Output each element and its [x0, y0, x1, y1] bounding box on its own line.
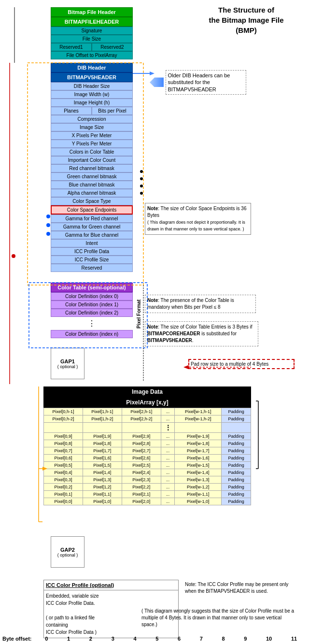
pixel-cell: Pixel[w-1,6]	[175, 455, 222, 462]
color-def-1: Color Definition (index 1)	[51, 301, 133, 309]
pixel-cell: Pixel[1,h-2]	[83, 415, 122, 423]
gap2-section: GAP2 ( optional )	[51, 536, 84, 568]
field-signature: Signature	[51, 27, 133, 35]
pixel-cell: ...	[161, 491, 175, 498]
pixel-cell: ...	[161, 415, 175, 423]
field-intent: Intent	[51, 239, 133, 247]
field-reserved2: Reserved2	[92, 43, 133, 51]
field-bluemask: Blue channel bitmask	[51, 181, 133, 189]
pixel-cell: Pixel[0,6]	[44, 455, 83, 462]
icc-note: Note: The ICC Color Profile may be prese…	[183, 580, 299, 596]
field-iccprofilesize: ICC Profile Size	[51, 256, 133, 264]
pixel-cell: Pixel[1,6]	[83, 455, 122, 462]
pixel-cell: Pixel[0,4]	[44, 469, 83, 476]
pixel-cell: Pixel[1,2]	[83, 484, 122, 491]
byte-offset-value: 3	[112, 636, 114, 642]
icc-note-text: Note: The ICC Color Profile may be prese…	[183, 580, 299, 596]
pixel-cell: Padding	[222, 469, 251, 476]
byte-offset-value: 2	[89, 636, 92, 642]
field-fileoffset: File Offset to PixelArray	[51, 51, 133, 59]
pixel-cell: Pixel[w-1,9]	[175, 433, 222, 440]
field-yppm: Y Pixels Per Meter	[51, 140, 133, 148]
page: The Structure of the Bitmap Image File (…	[0, 0, 309, 644]
field-redmask: Red channel bitmask	[51, 164, 133, 172]
gap2-label: GAP2	[60, 547, 75, 553]
pixel-cell: Pixel[0,2]	[44, 484, 83, 491]
image-data-section: Image Data PixelArray [x,y] Pixel[0,h-1]…	[43, 386, 251, 505]
gap2-sublabel: ( optional )	[57, 553, 78, 558]
field-imagesize: Image Size	[51, 123, 133, 131]
field-filesize: File Size	[51, 35, 133, 43]
byte-offset-value: 11	[291, 636, 297, 642]
pixel-cell: Pixel[1,0]	[83, 498, 122, 505]
pixel-cell: ⋮	[161, 423, 175, 433]
color-def-n: Color Definition (index n)	[51, 330, 133, 338]
field-gammablue: Gamma for Blue channel	[51, 231, 133, 239]
pixel-cell	[44, 423, 83, 433]
pixel-cell: Pixel[1,1]	[83, 491, 122, 498]
field-imagewidth: Image Width (w)	[51, 90, 133, 99]
byte-offset-label: Byte offset:	[2, 636, 32, 642]
svg-point-10	[46, 215, 50, 218]
field-imageheight: Image Height (h)	[51, 99, 133, 107]
color-def-0: Color Definition (index 0)	[51, 292, 133, 301]
field-reserved: Reserved	[51, 264, 133, 272]
dib-header-label1: DIB Header	[51, 63, 133, 72]
title-line2: the Bitmap Image File	[209, 16, 283, 24]
pixel-cell: Pixel[2,0]	[122, 498, 161, 505]
file-header-label2: BITMAPFILEHEADER	[51, 17, 133, 27]
svg-point-8	[140, 185, 143, 187]
pixel-cell: Pixel[0,h-1]	[44, 408, 83, 415]
pixel-cell: Pixel[w-1,2]	[175, 484, 222, 491]
field-dibheadersize: DIB Header Size	[51, 82, 133, 90]
pixel-cell: Padding	[222, 476, 251, 484]
field-xppm: X Pixels Per Meter	[51, 131, 133, 140]
pixel-cell	[122, 423, 161, 433]
pixel-cell: Pixel[2,h-2]	[122, 415, 161, 423]
field-compression: Compression	[51, 115, 133, 123]
pixel-cell: Pixel[0,h-2]	[44, 415, 83, 423]
icc-header-label: ICC Color Profile (optional)	[46, 582, 176, 588]
pixel-cell: Padding	[222, 455, 251, 462]
pixel-cell: ...	[161, 433, 175, 440]
field-colorspaceendpoints: Color Space Endpoints	[51, 205, 133, 215]
pixel-cell: Pixel[2,2]	[122, 484, 161, 491]
field-alphamask: Alpha channel bitmask	[51, 189, 133, 197]
field-reserved1: Reserved1	[51, 43, 92, 51]
byte-offset-row: Byte offset: 01234567891011	[2, 636, 307, 642]
pixel-cell: ...	[161, 447, 175, 455]
field-colorspacetype: Color Space Type	[51, 197, 133, 205]
file-header-label1: Bitmap File Header	[51, 7, 133, 17]
pixel-cell: Pixel[1,3]	[83, 476, 122, 484]
title: The Structure of the Bitmap Image File (…	[188, 5, 304, 35]
note-padrow-text: Pad row size to a multiple of 4 Bytes	[188, 359, 295, 369]
pixel-cell: Pixel[2,5]	[122, 462, 161, 469]
field-colorsintable: Colors in Color Table	[51, 148, 133, 156]
pixel-cell: Pixel[2,3]	[122, 476, 161, 484]
pixel-cell: Pixel[w-1,0]	[175, 498, 222, 505]
byte-offset-values: 01234567891011	[36, 636, 307, 642]
byte-offset-value: 8	[222, 636, 225, 642]
image-data-header1: Image Data	[43, 386, 251, 397]
field-gammagreen: Gamma for Green channel	[51, 223, 133, 231]
pixel-cell: Pixel[0,9]	[44, 433, 83, 440]
field-bpp: Bits per Pixel	[92, 107, 133, 115]
pixel-cell: ...	[161, 408, 175, 415]
pixel-cell: Pixel[2,h-1]	[122, 408, 161, 415]
icc-line5: ICC Color Profile Data )	[46, 629, 176, 636]
byte-offset-value: 4	[133, 636, 136, 642]
pixel-cell: ...	[161, 469, 175, 476]
pixel-table: Pixel[0,h-1]Pixel[1,h-1]Pixel[2,h-1]...P…	[43, 408, 251, 505]
svg-point-9	[140, 192, 143, 195]
color-table-label: Color Table (semi-optional)	[51, 283, 133, 292]
pixel-cell: Pixel[2,4]	[122, 469, 161, 476]
note-ct1: Note: The presence of the Color Table is…	[145, 295, 256, 313]
title-area: The Structure of the Bitmap Image File (…	[188, 5, 304, 35]
title-line1: The Structure of	[218, 6, 274, 14]
pixel-cell: Pixel[w-1,h-2]	[175, 415, 222, 423]
svg-point-7	[140, 177, 143, 180]
pixel-cell: Pixel[w-1,7]	[175, 447, 222, 455]
pixel-cell: Pixel[w-1,1]	[175, 491, 222, 498]
icc-line2: ICC Color Profile Data.	[46, 600, 176, 607]
pixel-cell	[175, 423, 222, 433]
